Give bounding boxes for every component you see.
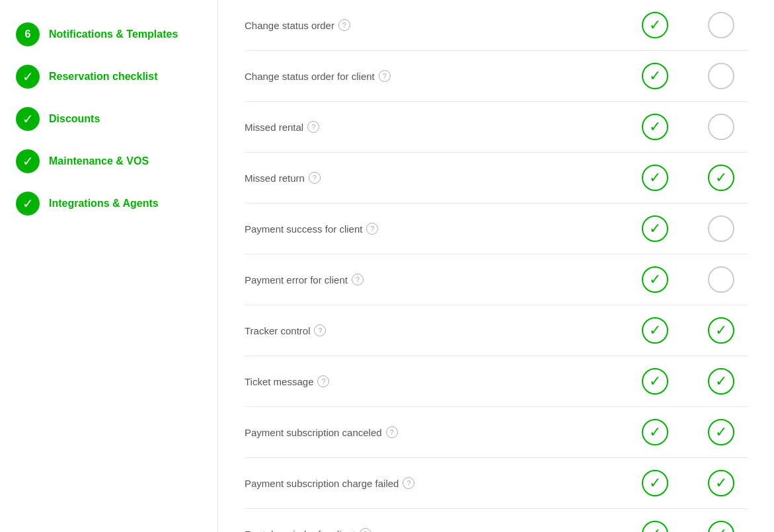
check-disabled-icon[interactable]	[708, 12, 734, 38]
notification-row: Change status order?✓	[245, 0, 748, 51]
row-label: Payment subscription canceled?	[245, 426, 596, 438]
notifications-list: Change status order?✓Change status order…	[245, 0, 748, 532]
check-enabled-icon[interactable]: ✓	[642, 63, 668, 89]
sidebar-item-label: Discounts	[49, 113, 100, 125]
notifications-badge: 6	[16, 22, 40, 46]
help-icon[interactable]: ?	[317, 375, 329, 387]
sidebar-item-label: Maintenance & VOS	[49, 155, 149, 167]
check-enabled-icon[interactable]: ✓	[642, 12, 668, 38]
row-label-text: Payment error for client	[245, 274, 348, 285]
check-disabled-icon[interactable]	[708, 114, 734, 140]
row-label-text: Payment success for client	[245, 223, 362, 235]
help-icon[interactable]: ?	[338, 19, 350, 31]
row-checks: ✓	[596, 215, 748, 242]
row-checks: ✓✓	[596, 317, 748, 344]
row-label-text: Change status order	[245, 20, 334, 31]
sidebar: 6 Notifications & Templates ✓ Reservatio…	[0, 0, 218, 532]
check-icon-maintenance: ✓	[16, 149, 40, 173]
notification-row: Missed rental?✓	[245, 102, 748, 153]
notification-row: Missed return?✓✓	[245, 153, 748, 204]
help-icon[interactable]: ?	[386, 426, 398, 438]
check-enabled-icon[interactable]: ✓	[708, 470, 734, 496]
sidebar-item-notifications[interactable]: 6 Notifications & Templates	[0, 13, 217, 56]
notification-row: Payment subscription charge failed?✓✓	[245, 458, 748, 509]
help-icon[interactable]: ?	[360, 528, 371, 532]
row-checks: ✓	[596, 266, 748, 293]
check-enabled-icon[interactable]: ✓	[708, 317, 734, 344]
sidebar-item-maintenance[interactable]: ✓ Maintenance & VOS	[0, 140, 217, 182]
row-label-text: Tracker control	[245, 325, 310, 336]
check-icon-reservation: ✓	[16, 65, 40, 89]
help-icon[interactable]: ?	[352, 274, 364, 285]
row-label-text: Rental reminder for client	[245, 529, 356, 533]
check-enabled-icon[interactable]: ✓	[642, 266, 668, 293]
sidebar-item-discounts[interactable]: ✓ Discounts	[0, 98, 217, 140]
row-label: Payment success for client?	[245, 223, 596, 235]
check-disabled-icon[interactable]	[708, 63, 734, 89]
check-enabled-icon[interactable]: ✓	[642, 470, 668, 496]
check-enabled-icon[interactable]: ✓	[708, 165, 734, 191]
check-icon-integrations: ✓	[16, 192, 40, 215]
row-label: Missed return?	[245, 172, 596, 184]
check-enabled-icon[interactable]: ✓	[708, 419, 734, 445]
help-icon[interactable]: ?	[366, 223, 378, 235]
notification-row: Payment subscription canceled?✓✓	[245, 407, 748, 458]
notification-row: Payment success for client?✓	[245, 204, 748, 254]
row-label-text: Payment subscription charge failed	[245, 478, 399, 489]
row-checks: ✓✓	[596, 419, 748, 445]
notification-row: Payment error for client?✓	[245, 254, 748, 305]
row-label: Payment subscription charge failed?	[245, 477, 596, 489]
row-label-text: Change status order for client	[245, 71, 375, 82]
notification-row: Change status order for client?✓	[245, 51, 748, 102]
notification-row: Ticket message?✓✓	[245, 356, 748, 407]
row-label-text: Missed rental	[245, 122, 303, 133]
check-icon-discounts: ✓	[16, 107, 40, 131]
main-content: Change status order?✓Change status order…	[218, 0, 774, 532]
row-label: Ticket message?	[245, 375, 596, 387]
row-label: Change status order?	[245, 19, 596, 31]
help-icon[interactable]: ?	[314, 324, 326, 336]
help-icon[interactable]: ?	[379, 70, 391, 82]
notification-row: Rental reminder for client?✓✓	[245, 509, 748, 532]
row-label-text: Ticket message	[245, 376, 313, 387]
row-checks: ✓✓	[596, 165, 748, 191]
row-checks: ✓	[596, 114, 748, 140]
check-enabled-icon[interactable]: ✓	[708, 521, 734, 532]
check-enabled-icon[interactable]: ✓	[642, 419, 668, 445]
check-enabled-icon[interactable]: ✓	[642, 215, 668, 242]
row-checks: ✓	[596, 63, 748, 89]
row-checks: ✓✓	[596, 521, 748, 532]
row-label-text: Payment subscription canceled	[245, 427, 382, 438]
check-enabled-icon[interactable]: ✓	[642, 521, 668, 532]
sidebar-item-integrations[interactable]: ✓ Integrations & Agents	[0, 182, 217, 225]
help-icon[interactable]: ?	[403, 477, 414, 489]
check-disabled-icon[interactable]	[708, 266, 734, 293]
check-enabled-icon[interactable]: ✓	[642, 368, 668, 395]
check-enabled-icon[interactable]: ✓	[708, 368, 734, 395]
help-icon[interactable]: ?	[309, 172, 321, 184]
row-checks: ✓	[596, 12, 748, 38]
sidebar-item-label: Reservation checklist	[49, 71, 158, 83]
row-label: Missed rental?	[245, 121, 596, 133]
check-enabled-icon[interactable]: ✓	[642, 114, 668, 140]
row-label: Rental reminder for client?	[245, 528, 596, 532]
row-label: Tracker control?	[245, 324, 596, 336]
row-label-text: Missed return	[245, 172, 305, 184]
sidebar-item-label: Notifications & Templates	[49, 28, 178, 40]
row-checks: ✓✓	[596, 368, 748, 395]
sidebar-item-reservation-checklist[interactable]: ✓ Reservation checklist	[0, 56, 217, 98]
sidebar-item-label: Integrations & Agents	[49, 198, 159, 209]
check-enabled-icon[interactable]: ✓	[642, 317, 668, 344]
row-label: Change status order for client?	[245, 70, 596, 82]
row-checks: ✓✓	[596, 470, 748, 496]
row-label: Payment error for client?	[245, 274, 596, 285]
help-icon[interactable]: ?	[307, 121, 319, 133]
notification-row: Tracker control?✓✓	[245, 305, 748, 356]
check-disabled-icon[interactable]	[708, 215, 734, 242]
check-enabled-icon[interactable]: ✓	[642, 165, 668, 191]
